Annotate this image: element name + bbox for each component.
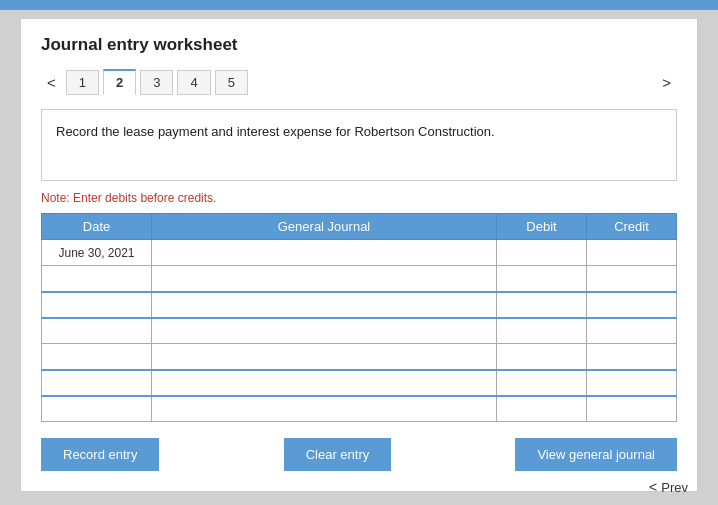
next-tab-arrow[interactable]: >	[656, 72, 677, 93]
col-header-credit: Credit	[587, 214, 677, 240]
view-general-journal-button[interactable]: View general journal	[515, 438, 677, 471]
date-cell-1[interactable]	[42, 266, 152, 292]
col-header-debit: Debit	[497, 214, 587, 240]
table-row	[42, 344, 677, 370]
table-row-highlighted	[42, 292, 677, 318]
tab-2[interactable]: 2	[103, 69, 136, 95]
prev-tab-arrow[interactable]: <	[41, 72, 62, 93]
credit-cell-1[interactable]	[587, 266, 677, 292]
journal-cell-1[interactable]	[152, 266, 497, 292]
debit-cell-4[interactable]	[497, 344, 587, 370]
debit-cell-6[interactable]	[497, 396, 587, 422]
date-cell-3[interactable]	[42, 318, 152, 344]
card-title: Journal entry worksheet	[41, 35, 677, 55]
journal-cell-6[interactable]	[152, 396, 497, 422]
journal-cell-0[interactable]	[152, 240, 497, 266]
tab-3[interactable]: 3	[140, 70, 173, 95]
main-card: Journal entry worksheet < 1 2 3 4 5 > Re…	[20, 18, 698, 492]
clear-entry-button[interactable]: Clear entry	[284, 438, 392, 471]
credit-cell-0[interactable]	[587, 240, 677, 266]
debit-cell-0[interactable]	[497, 240, 587, 266]
record-entry-button[interactable]: Record entry	[41, 438, 159, 471]
note-text: Note: Enter debits before credits.	[41, 191, 677, 205]
prev-label: Prev	[661, 480, 688, 495]
debit-cell-1[interactable]	[497, 266, 587, 292]
journal-cell-2[interactable]	[152, 292, 497, 318]
journal-cell-4[interactable]	[152, 344, 497, 370]
top-bar	[0, 0, 718, 10]
table-row	[42, 318, 677, 344]
date-cell-0[interactable]: June 30, 2021	[42, 240, 152, 266]
date-cell-4[interactable]	[42, 344, 152, 370]
debit-cell-5[interactable]	[497, 370, 587, 396]
instruction-box: Record the lease payment and interest ex…	[41, 109, 677, 181]
tab-1[interactable]: 1	[66, 70, 99, 95]
tab-4[interactable]: 4	[177, 70, 210, 95]
instruction-text: Record the lease payment and interest ex…	[56, 124, 495, 139]
table-row	[42, 266, 677, 292]
date-cell-5[interactable]	[42, 370, 152, 396]
tab-nav: < 1 2 3 4 5 >	[41, 69, 677, 95]
credit-cell-2[interactable]	[587, 292, 677, 318]
credit-cell-3[interactable]	[587, 318, 677, 344]
prev-arrow-icon: <	[649, 479, 657, 495]
table-row: June 30, 2021	[42, 240, 677, 266]
table-row-highlighted	[42, 370, 677, 396]
debit-cell-2[interactable]	[497, 292, 587, 318]
button-row: Record entry Clear entry View general jo…	[41, 438, 677, 471]
date-cell-2[interactable]	[42, 292, 152, 318]
col-header-journal: General Journal	[152, 214, 497, 240]
date-cell-6[interactable]	[42, 396, 152, 422]
table-row	[42, 396, 677, 422]
journal-cell-3[interactable]	[152, 318, 497, 344]
debit-cell-3[interactable]	[497, 318, 587, 344]
tab-5[interactable]: 5	[215, 70, 248, 95]
credit-cell-6[interactable]	[587, 396, 677, 422]
prev-link[interactable]: < Prev	[649, 479, 688, 495]
journal-table: Date General Journal Debit Credit June 3…	[41, 213, 677, 422]
credit-cell-4[interactable]	[587, 344, 677, 370]
journal-cell-5[interactable]	[152, 370, 497, 396]
col-header-date: Date	[42, 214, 152, 240]
credit-cell-5[interactable]	[587, 370, 677, 396]
